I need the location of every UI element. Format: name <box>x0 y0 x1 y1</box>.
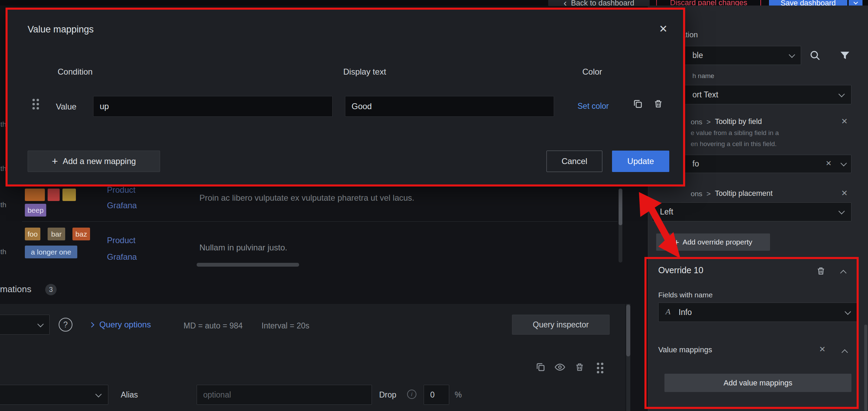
row-label-fragment: th <box>0 201 7 209</box>
add-override-property-button[interactable]: + Add override property <box>656 233 770 251</box>
toggle-visibility-eye-icon[interactable] <box>555 362 565 374</box>
alias-label: Alias <box>121 390 138 400</box>
remove-property-icon[interactable]: ✕ <box>841 189 848 197</box>
max-data-points-summary: MD = auto = 984 <box>184 321 243 331</box>
plus-icon: + <box>52 155 58 167</box>
property-prefix-fragment: ons <box>691 190 702 198</box>
add-override-property-label: Add override property <box>683 238 752 246</box>
override-10-title[interactable]: Override 10 <box>658 265 703 275</box>
back-to-dashboard-label: Back to dashboard <box>571 0 634 8</box>
table-vertical-scrollbar-thumb[interactable] <box>619 189 622 225</box>
filter-icon[interactable] <box>839 50 851 63</box>
visualization-select-value: ble <box>692 51 703 60</box>
chevron-right-icon <box>89 322 95 328</box>
query-options-toggle[interactable]: Query options <box>99 320 151 329</box>
remove-property-icon[interactable]: ✕ <box>841 117 848 125</box>
delete-override-trash-icon[interactable] <box>816 266 826 277</box>
field-select-value: ort Text <box>692 90 718 99</box>
tag-badge-cut <box>48 189 60 201</box>
update-button[interactable]: Update <box>612 151 669 172</box>
chevron-down-icon <box>845 308 851 315</box>
tag-badge: bar <box>48 228 65 240</box>
drop-label: Drop <box>379 390 396 400</box>
interval-summary: Interval = 20s <box>262 321 309 331</box>
query-type-select[interactable] <box>0 385 108 405</box>
chevron-down-icon <box>838 91 845 97</box>
transformations-section-header[interactable]: mations <box>0 284 31 295</box>
duplicate-query-icon[interactable] <box>535 362 546 374</box>
chevron-down-icon <box>789 51 795 58</box>
delete-mapping-trash-icon[interactable] <box>653 98 663 111</box>
back-to-dashboard-button[interactable]: ‹ Back to dashboard <box>548 0 650 6</box>
override-property-label: ons > Tooltip by field <box>691 117 762 126</box>
close-icon[interactable]: ✕ <box>659 23 668 35</box>
row-label-fragment: th <box>0 248 7 256</box>
tag-badge: baz <box>72 228 90 240</box>
fields-with-name-label: Fields with name <box>658 291 713 299</box>
modal-title: Value mappings <box>28 24 94 35</box>
fields-with-name-value: Info <box>679 308 692 317</box>
tooltip-placement-select[interactable]: Left <box>652 202 851 221</box>
grafana-link[interactable]: Grafana <box>107 201 137 210</box>
help-icon[interactable]: ? <box>59 318 72 332</box>
datasource-select[interactable] <box>0 315 50 335</box>
add-value-mappings-label: Add value mappings <box>723 379 792 388</box>
table-horizontal-scrollbar-thumb[interactable] <box>197 263 299 267</box>
color-column-header: Color <box>582 67 602 77</box>
chevron-down-icon <box>838 208 845 214</box>
query-editor-panel: ? Query options MD = auto = 984 Interval… <box>0 304 625 411</box>
drop-percent-input[interactable] <box>424 385 449 405</box>
sidebar-scrollbar-thumb[interactable] <box>864 325 867 411</box>
add-new-mapping-label: Add a new mapping <box>63 156 136 166</box>
search-icon[interactable] <box>809 50 821 63</box>
fields-with-name-select[interactable]: A Info <box>658 303 858 322</box>
info-icon[interactable]: i <box>407 390 416 399</box>
product-link[interactable]: Product <box>107 236 136 245</box>
breadcrumb-separator: > <box>707 118 711 126</box>
chevron-down-icon <box>854 0 858 4</box>
display-text-input[interactable] <box>345 96 554 117</box>
clear-selection-icon[interactable]: ✕ <box>826 160 832 167</box>
tag-badge: a longer one <box>25 246 77 258</box>
property-description-line: en hovering a cell in this field. <box>691 140 777 148</box>
value-mappings-property-label: Value mappings <box>658 345 712 354</box>
tooltip-placement-select-value: Left <box>660 207 673 217</box>
table-panel-preview: beep Product Grafana Proin ac libero vul… <box>0 187 624 261</box>
field-type-icon: A <box>665 307 671 316</box>
mapping-drag-handle-icon[interactable] <box>32 99 39 109</box>
display-text-column-header: Display text <box>343 67 386 77</box>
delete-query-trash-icon[interactable] <box>575 362 584 374</box>
add-value-mappings-button[interactable]: Add value mappings <box>664 374 851 392</box>
tooltip-field-select-value: fo <box>692 159 699 169</box>
set-color-link[interactable]: Set color <box>578 102 609 111</box>
breadcrumb-separator: > <box>707 190 711 198</box>
property-name: Tooltip placement <box>715 189 772 198</box>
query-inspector-button[interactable]: Query inspector <box>512 315 610 335</box>
field-name-label-fragment: h name <box>692 72 714 80</box>
grafana-link[interactable]: Grafana <box>107 252 137 261</box>
row-divider <box>22 221 618 222</box>
transformations-count-badge: 3 <box>45 284 57 295</box>
add-new-mapping-button[interactable]: + Add a new mapping <box>28 151 160 172</box>
chevron-down-icon <box>840 160 847 166</box>
product-link[interactable]: Product <box>107 187 136 195</box>
table-cell-text: Nullam in pulvinar justo. <box>199 243 287 252</box>
value-mappings-modal: Value mappings ✕ Condition Display text … <box>6 8 685 187</box>
alias-input[interactable] <box>197 385 372 405</box>
tag-badge-cut <box>25 189 45 201</box>
query-drag-handle-icon[interactable] <box>597 363 603 373</box>
duplicate-mapping-icon[interactable] <box>633 99 643 111</box>
remove-value-mappings-icon[interactable]: ✕ <box>819 345 826 353</box>
tag-badge-cut <box>62 189 76 201</box>
plus-icon: + <box>674 237 679 248</box>
table-cell-text: Proin ac libero vulputate ex vulputate p… <box>199 193 414 203</box>
cancel-label: Cancel <box>562 156 588 166</box>
chevron-down-icon <box>95 391 101 397</box>
page-vertical-scrollbar-thumb[interactable] <box>626 305 630 356</box>
grafana-panel-edit-page: ‹ Back to dashboard Discard panel change… <box>0 0 868 411</box>
tag-badge: foo <box>25 228 40 240</box>
property-name: Tooltip by field <box>715 117 762 126</box>
cancel-button[interactable]: Cancel <box>546 151 602 172</box>
condition-value-input[interactable] <box>93 96 333 117</box>
query-inspector-label: Query inspector <box>533 320 589 329</box>
